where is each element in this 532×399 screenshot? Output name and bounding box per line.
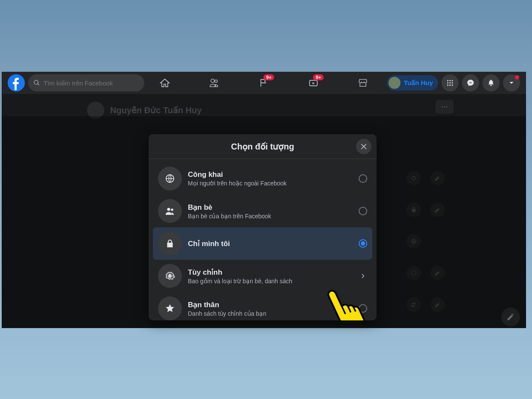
- svg-point-2: [447, 80, 448, 81]
- svg-point-13: [446, 106, 447, 108]
- center-nav: 9+ 9+: [142, 72, 386, 94]
- option-title: Công khai: [188, 170, 353, 179]
- friends-icon: [209, 78, 219, 88]
- page-body: Nguyễn Đức Tuấn Huy Quan điểm tôn giáo C…: [2, 94, 526, 328]
- option-title: Tùy chỉnh: [188, 268, 353, 277]
- option-title: Bạn bè: [188, 203, 353, 212]
- messenger-button[interactable]: [462, 74, 479, 91]
- chevron-right-icon: [359, 272, 367, 280]
- modal-header: Chọn đối tượng: [149, 134, 377, 159]
- nav-home[interactable]: [142, 73, 188, 93]
- svg-point-4: [452, 80, 453, 81]
- svg-point-7: [452, 82, 453, 84]
- option-sub: Mọi người trên hoặc ngoài Facebook: [188, 180, 353, 187]
- more-button[interactable]: [436, 100, 453, 114]
- option-sub: Bao gồm và loại trừ bạn bè, danh sách: [188, 278, 353, 285]
- close-button[interactable]: [356, 139, 371, 154]
- option-title: Chỉ mình tôi: [188, 239, 353, 248]
- audience-option-custom[interactable]: Tùy chỉnh Bao gồm và loại trừ bạn bè, da…: [153, 260, 372, 292]
- avatar: [389, 77, 400, 89]
- menu-button[interactable]: [441, 74, 459, 91]
- caret-down-icon: [508, 79, 515, 87]
- svg-point-8: [447, 85, 448, 86]
- nav-friends[interactable]: [191, 73, 237, 93]
- audience-modal: Chọn đối tượng Công khai Mọi người trên …: [149, 134, 377, 320]
- friends-icon: [158, 199, 182, 223]
- search-box[interactable]: [28, 74, 144, 91]
- nav-marketplace[interactable]: [340, 73, 386, 93]
- option-sub: Bạn bè của bạn trên Facebook: [188, 213, 353, 220]
- search-input[interactable]: [44, 79, 139, 87]
- svg-point-10: [452, 85, 453, 86]
- search-icon: [33, 79, 40, 86]
- radio-unchecked[interactable]: [359, 304, 367, 313]
- svg-point-21: [171, 208, 173, 211]
- topbar: 9+ 9+ Tuấn Huy: [2, 72, 526, 94]
- logo-icon[interactable]: [8, 74, 25, 91]
- notification-dot: [515, 75, 519, 79]
- profile-chip[interactable]: Tuấn Huy: [387, 75, 438, 91]
- badge-watch: 9+: [313, 74, 324, 80]
- svg-point-5: [447, 82, 448, 84]
- audience-option-onlyme[interactable]: Chỉ mình tôi: [153, 227, 372, 260]
- star-icon: [158, 296, 182, 320]
- nav-watch[interactable]: 9+: [290, 73, 336, 93]
- svg-point-3: [450, 80, 451, 81]
- modal-body[interactable]: Công khai Mọi người trên hoặc ngoài Face…: [149, 159, 377, 320]
- grid-icon: [446, 79, 454, 87]
- badge-pages: 9+: [263, 74, 274, 80]
- radio-unchecked[interactable]: [359, 207, 367, 215]
- profile-name: Tuấn Huy: [404, 79, 433, 87]
- right-cluster: Tuấn Huy: [387, 74, 520, 91]
- modal-title: Chọn đối tượng: [231, 141, 294, 152]
- audience-option-friends[interactable]: Bạn bè Bạn bè của bạn trên Facebook: [153, 195, 372, 227]
- modal-backdrop: Chọn đối tượng Công khai Mọi người trên …: [2, 116, 526, 328]
- audience-option-public[interactable]: Công khai Mọi người trên hoặc ngoài Face…: [153, 162, 372, 195]
- page-title: Nguyễn Đức Tuấn Huy: [110, 105, 202, 115]
- svg-point-9: [450, 85, 451, 86]
- close-icon: [360, 143, 368, 150]
- messenger-icon: [467, 79, 474, 87]
- svg-point-20: [167, 208, 170, 211]
- svg-point-6: [450, 82, 451, 84]
- marketplace-icon: [358, 78, 368, 88]
- lock-icon: [158, 232, 182, 255]
- option-sub: Danh sách tùy chỉnh của bạn: [188, 310, 353, 317]
- nav-pages[interactable]: 9+: [241, 73, 287, 93]
- svg-point-11: [441, 106, 443, 108]
- account-button[interactable]: [503, 74, 520, 91]
- svg-point-12: [444, 106, 445, 108]
- dots-icon: [441, 103, 448, 111]
- radio-checked[interactable]: [359, 239, 367, 248]
- radio-unchecked[interactable]: [359, 174, 367, 183]
- bell-icon: [487, 79, 495, 87]
- gear-icon: [158, 264, 182, 288]
- home-icon: [160, 78, 170, 88]
- option-title: Bạn thân: [188, 300, 353, 309]
- globe-icon: [158, 167, 182, 191]
- app-frame: 9+ 9+ Tuấn Huy: [2, 72, 526, 328]
- audience-option-closefriends[interactable]: Bạn thân Danh sách tùy chỉnh của bạn: [153, 292, 372, 320]
- notifications-button[interactable]: [482, 74, 500, 91]
- svg-point-22: [169, 275, 171, 277]
